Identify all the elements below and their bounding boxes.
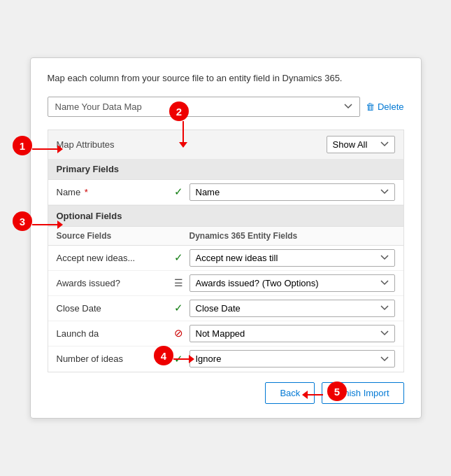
col-dynamics-label: Dynamics 365 Entity Fields [189, 231, 395, 241]
field-icon-launchda: ⊘ [169, 327, 189, 340]
field-name-accept: Accept new ideas... [57, 253, 169, 263]
callout-1: 1 [13, 136, 32, 155]
field-name-closedate: Close Date [57, 303, 169, 314]
callout-2: 2 [169, 102, 189, 121]
delete-button[interactable]: 🗑 Delete [366, 102, 404, 112]
field-row-accept: Accept new ideas... ✓ Accept new ideas t… [48, 246, 403, 271]
import-dialog: Map each column from your source file to… [30, 57, 422, 418]
field-icon-awards: ☰ [169, 277, 189, 288]
field-icon-accept: ✓ [169, 251, 189, 264]
field-icon-closedate: ✓ [169, 302, 189, 314]
field-select-awards[interactable]: Awards issued? (Two Options) Not Mapped … [189, 274, 395, 292]
data-map-select[interactable]: Name Your Data Map [48, 97, 360, 117]
callout-4: 4 [154, 346, 173, 365]
field-row-awards: Awards issued? ☰ Awards issued? (Two Opt… [48, 271, 403, 296]
field-select-numideas[interactable]: Ignore Not Mapped Close Date [189, 350, 395, 368]
description-text: Map each column from your source file to… [48, 72, 404, 85]
delete-label: Delete [378, 102, 404, 112]
required-star: * [85, 187, 88, 197]
field-icon-check: ✓ [169, 186, 189, 198]
col-source-label: Source Fields [57, 231, 169, 241]
field-select-accept[interactable]: Accept new ideas till Not Mapped Ignore [189, 249, 395, 267]
field-name-awards: Awards issued? [57, 278, 169, 288]
col-headers: Source Fields Dynamics 365 Entity Fields [48, 227, 403, 246]
callout-5: 5 [327, 382, 347, 401]
field-row-launchda: Launch da ⊘ Not Mapped Ignore Close Date [48, 321, 403, 346]
field-row-closedate: Close Date ✓ Close Date Not Mapped Ignor… [48, 296, 403, 321]
map-attributes-header: Map Attributes Show All Mapped Unmapped [48, 130, 404, 159]
field-name-name: Name * [57, 187, 169, 197]
field-select-closedate[interactable]: Close Date Not Mapped Ignore [189, 300, 395, 317]
primary-fields-label: Primary Fields [48, 159, 403, 180]
show-all-select[interactable]: Show All Mapped Unmapped [327, 136, 395, 153]
footer: Back Finish Import [48, 382, 404, 404]
fields-table: Primary Fields Name * ✓ Name Optional Fi… [48, 159, 404, 372]
map-attributes-label: Map Attributes [57, 139, 115, 150]
field-select-name[interactable]: Name [189, 183, 395, 201]
field-select-launchda[interactable]: Not Mapped Ignore Close Date [189, 325, 395, 342]
optional-fields-label: Optional Fields [48, 205, 403, 227]
field-row-numideas: Number of ideas ✓ Ignore Not Mapped Clos… [48, 346, 403, 372]
callout-3: 3 [13, 211, 32, 231]
field-name-launchda: Launch da [57, 328, 169, 339]
data-map-row: Name Your Data Map 🗑 Delete [48, 97, 404, 117]
field-name-numideas: Number of ideas [57, 354, 169, 364]
delete-icon: 🗑 [366, 102, 375, 112]
field-row-name: Name * ✓ Name [48, 180, 403, 205]
